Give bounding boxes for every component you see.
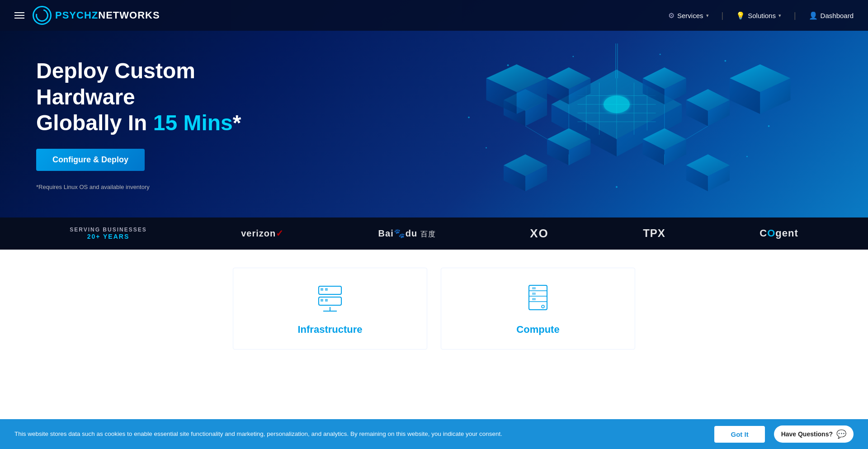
infrastructure-label: Infrastructure [297, 324, 362, 336]
nav-services[interactable]: ⚙ Services ▾ [668, 11, 709, 20]
logo[interactable]: PSYCHZNETWORKS [33, 6, 160, 25]
configure-deploy-button[interactable]: Configure & Deploy [36, 149, 145, 171]
svg-point-51 [572, 56, 574, 57]
nav-dashboard[interactable]: 👤 Dashboard [809, 11, 854, 20]
nav-divider-2: | [794, 11, 796, 20]
compute-icon [522, 282, 554, 318]
hero-title: Deploy Custom Hardware Globally In 15 Mi… [36, 58, 280, 136]
navbar: PSYCHZNETWORKS ⚙ Services ▾ | 💡 Solution… [0, 0, 868, 31]
serving-text: SERVING BUSINESSES [70, 227, 146, 233]
hero-note: *Requires Linux OS and available invento… [36, 184, 280, 190]
partners-bar: SERVING BUSINESSES 20+ YEARS verizon✓ Ba… [0, 217, 868, 250]
nav-solutions-label: Solutions [748, 12, 776, 19]
svg-rect-67 [532, 287, 536, 289]
baidu-logo: Bai🐾du 百度 [378, 228, 436, 239]
services-icon: ⚙ [668, 11, 675, 20]
tpx-logo: TPX [643, 227, 665, 240]
cogent-logo: COgent [760, 227, 798, 239]
svg-point-70 [542, 305, 544, 308]
svg-rect-69 [532, 298, 536, 300]
nav-divider-1: | [722, 11, 724, 20]
navbar-left: PSYCHZNETWORKS [14, 6, 160, 25]
svg-point-53 [768, 125, 770, 127]
logo-icon [33, 6, 52, 25]
verizon-logo: verizon✓ [241, 228, 284, 239]
compute-card[interactable]: Compute [441, 268, 635, 350]
nav-services-label: Services [677, 12, 703, 19]
nav-solutions[interactable]: 💡 Solutions ▾ [736, 11, 781, 20]
infrastructure-icon [314, 282, 346, 318]
svg-point-52 [660, 54, 661, 55]
services-chevron: ▾ [706, 13, 709, 19]
svg-rect-68 [532, 293, 536, 295]
menu-icon[interactable] [14, 12, 24, 19]
navbar-right: ⚙ Services ▾ | 💡 Solutions ▾ | 👤 Dashboa… [668, 11, 854, 20]
dashboard-icon: 👤 [809, 11, 818, 20]
services-section: Infrastructure Compute [0, 250, 868, 359]
nav-dashboard-label: Dashboard [821, 12, 854, 19]
svg-rect-57 [325, 288, 328, 291]
hero-content: Deploy Custom Hardware Globally In 15 Mi… [0, 31, 316, 217]
solutions-icon: 💡 [736, 11, 745, 20]
hero-section: Deploy Custom Hardware Globally In 15 Mi… [0, 0, 868, 217]
svg-point-50 [616, 186, 618, 188]
hero-graphic [347, 0, 868, 217]
svg-rect-59 [321, 299, 323, 302]
logo-text: PSYCHZNETWORKS [55, 9, 160, 21]
svg-point-46 [507, 64, 509, 66]
svg-rect-60 [325, 299, 328, 302]
solutions-chevron: ▾ [778, 13, 781, 19]
xo-logo: XO [530, 227, 549, 241]
svg-rect-56 [321, 288, 323, 291]
svg-point-48 [486, 147, 487, 148]
infrastructure-card[interactable]: Infrastructure [233, 268, 427, 350]
svg-point-54 [468, 117, 470, 118]
svg-point-49 [746, 156, 748, 157]
svg-point-47 [724, 60, 726, 62]
serving-years: 20+ YEARS [70, 233, 146, 240]
compute-label: Compute [516, 324, 559, 336]
partners-serving: SERVING BUSINESSES 20+ YEARS [70, 227, 146, 240]
